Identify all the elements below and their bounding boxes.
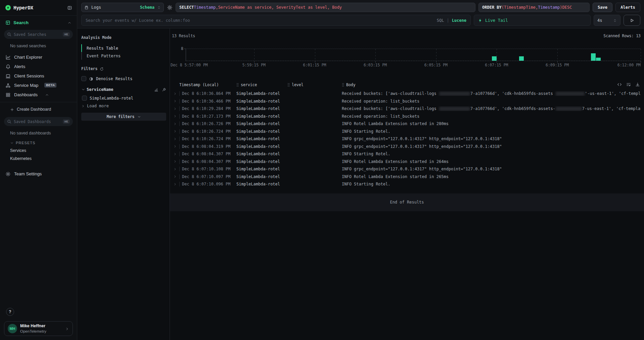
code-view-icon[interactable] <box>617 82 622 87</box>
chart-gridline <box>557 49 558 61</box>
table-row[interactable]: Dec 8 6:07:10.108 PM SimpleLambda-rotel … <box>172 165 641 173</box>
saved-dashboards-field[interactable] <box>14 119 60 124</box>
saved-dashboards-input[interactable]: ⌘K <box>4 117 73 126</box>
search-input[interactable] <box>86 18 434 23</box>
table-row[interactable]: Dec 8 6:07:10.096 PM SimpleLambda-rotel … <box>172 180 641 188</box>
preset-item-services[interactable]: Services <box>0 145 77 153</box>
query-token: Timestamp <box>194 5 216 10</box>
nav-label: Chart Explorer <box>14 55 42 60</box>
source-selector[interactable]: Logs Schema <box>81 3 164 12</box>
facet-value-row[interactable]: SimpleLambda-rotel <box>82 96 166 101</box>
sidebar-item-dashboards[interactable]: Dashboards <box>0 90 77 99</box>
cell-service: SimpleLambda-rotel <box>236 152 287 156</box>
wrap-lines-icon[interactable] <box>626 82 631 87</box>
filters-header: Filters <box>81 66 166 71</box>
table-row[interactable]: Dec 8 6:10:26.724 PM SimpleLambda-rotel … <box>172 128 641 135</box>
column-grip-icon[interactable] <box>287 83 290 87</box>
sidebar-item-team-settings[interactable]: Team Settings <box>0 169 77 178</box>
table-row[interactable]: Dec 8 6:08:04.319 PM SimpleLambda-rotel … <box>172 143 641 151</box>
row-expander-icon[interactable] <box>172 152 179 156</box>
chevron-up-icon[interactable] <box>67 20 72 25</box>
row-expander-icon[interactable] <box>172 107 179 111</box>
row-expander-icon[interactable] <box>172 99 179 103</box>
schema-link[interactable]: Schema <box>140 5 154 10</box>
sidebar-item-search[interactable]: Search <box>0 16 77 29</box>
chart-bar[interactable] <box>591 53 596 61</box>
row-expander-icon[interactable] <box>172 122 179 126</box>
alerts-button[interactable]: Alerts <box>615 3 640 12</box>
sidebar-item-alerts[interactable]: Alerts <box>0 62 77 71</box>
table-row[interactable]: Dec 8 6:08:04.307 PM SimpleLambda-rotel … <box>172 150 641 158</box>
mode-lucene-toggle[interactable]: Lucene <box>452 18 466 23</box>
live-tail-button[interactable]: Live Tail <box>474 15 591 26</box>
order-by-input[interactable]: ORDER BY (TimestampTime, Timestamp) DESC <box>478 3 590 12</box>
query-token: , <box>536 5 538 10</box>
load-more-button[interactable]: Load more <box>81 104 166 108</box>
table-header: Timestamp (Local) service level Body <box>172 81 641 89</box>
column-service[interactable]: service <box>236 82 287 87</box>
refresh-icon[interactable] <box>100 66 104 71</box>
chevron-up-icon[interactable] <box>45 92 49 97</box>
table-row[interactable]: Dec 8 6:10:27.173 PM SimpleLambda-rotel … <box>172 113 641 120</box>
denoise-results-option[interactable]: Denoise Results <box>81 76 166 81</box>
row-expander-icon[interactable] <box>172 167 179 171</box>
nav-label: Alerts <box>14 64 25 69</box>
column-level[interactable]: level <box>287 82 342 87</box>
run-query-button[interactable] <box>624 15 640 26</box>
more-filters-button[interactable]: More filters <box>81 113 166 121</box>
mode-results-table[interactable]: Results Table <box>81 44 166 52</box>
row-expander-icon[interactable] <box>172 182 179 186</box>
chart-bar[interactable] <box>596 58 601 61</box>
collapse-sidebar-icon[interactable] <box>67 5 72 10</box>
chart-bar[interactable] <box>492 56 497 61</box>
facet-servicename[interactable]: ServiceName <box>81 87 166 92</box>
presets-section-toggle[interactable]: PRESETS <box>0 141 77 145</box>
create-dashboard-label: Create Dashboard <box>17 107 51 112</box>
event-search-box[interactable]: SQL | Lucene <box>81 15 471 26</box>
table-row[interactable]: Dec 8 6:10:36.466 PM SimpleLambda-rotel … <box>172 98 641 105</box>
facet-chart-icon[interactable] <box>154 87 158 92</box>
column-grip-icon[interactable] <box>342 83 344 87</box>
row-expander-icon[interactable] <box>172 160 179 163</box>
column-timestamp[interactable]: Timestamp (Local) <box>179 82 236 87</box>
select-query-input[interactable]: SELECT Timestamp, ServiceName as service… <box>176 3 475 12</box>
saved-searches-field[interactable] <box>14 32 60 37</box>
sidebar-item-client-sessions[interactable]: Client Sessions <box>0 71 77 80</box>
cell-timestamp: Dec 8 6:07:10.097 PM <box>179 174 236 179</box>
column-body[interactable]: Body <box>342 82 641 87</box>
mode-sql-toggle[interactable]: SQL <box>437 18 444 23</box>
logo-row: HyperDX <box>0 0 77 15</box>
sidebar-item-service-map[interactable]: Service Map BETA <box>0 80 77 90</box>
column-grip-icon[interactable] <box>236 83 239 87</box>
sidebar-item-chart-explorer[interactable]: Chart Explorer <box>0 52 77 62</box>
denoise-checkbox[interactable] <box>81 76 86 81</box>
table-row[interactable]: Dec 8 6:10:29.284 PM SimpleLambda-rotel … <box>172 105 641 113</box>
help-button[interactable]: ? <box>6 308 14 316</box>
row-expander-icon[interactable] <box>172 92 179 96</box>
chart-bar[interactable] <box>519 56 524 61</box>
row-expander-icon[interactable] <box>172 137 179 141</box>
facet-value-checkbox[interactable] <box>82 96 87 101</box>
download-icon[interactable] <box>635 82 640 87</box>
table-row[interactable]: Dec 8 6:07:10.097 PM SimpleLambda-rotel … <box>172 173 641 181</box>
row-expander-icon[interactable] <box>172 145 179 148</box>
table-row[interactable]: Dec 8 6:10:36.864 PM SimpleLambda-rotel … <box>172 90 641 98</box>
query-settings-gear-icon[interactable] <box>167 5 173 10</box>
table-row[interactable]: Dec 8 6:08:04.307 PM SimpleLambda-rotel … <box>172 158 641 166</box>
table-row[interactable]: Dec 8 6:10:26.724 PM SimpleLambda-rotel … <box>172 135 641 143</box>
saved-searches-input[interactable]: ⌘K <box>4 30 73 39</box>
save-button[interactable]: Save <box>593 3 612 12</box>
row-expander-icon[interactable] <box>172 129 179 133</box>
mode-event-patterns[interactable]: Event Patterns <box>81 52 166 60</box>
plus-icon <box>10 107 14 112</box>
user-menu[interactable]: MH Mike Heffner OpenTelemetry <box>4 321 73 336</box>
table-row[interactable]: Dec 8 6:10:26.726 PM SimpleLambda-rotel … <box>172 120 641 128</box>
cell-timestamp: Dec 8 6:10:29.284 PM <box>179 106 236 111</box>
preset-item-kubernetes[interactable]: Kubernetes <box>0 153 77 161</box>
create-dashboard-button[interactable]: Create Dashboard <box>0 105 77 114</box>
row-expander-icon[interactable] <box>172 114 179 118</box>
row-expander-icon[interactable] <box>172 175 179 178</box>
pin-icon[interactable] <box>162 87 166 92</box>
refresh-interval-select[interactable]: 4s <box>594 15 620 26</box>
shortcut-badge: ⌘K <box>63 119 70 124</box>
